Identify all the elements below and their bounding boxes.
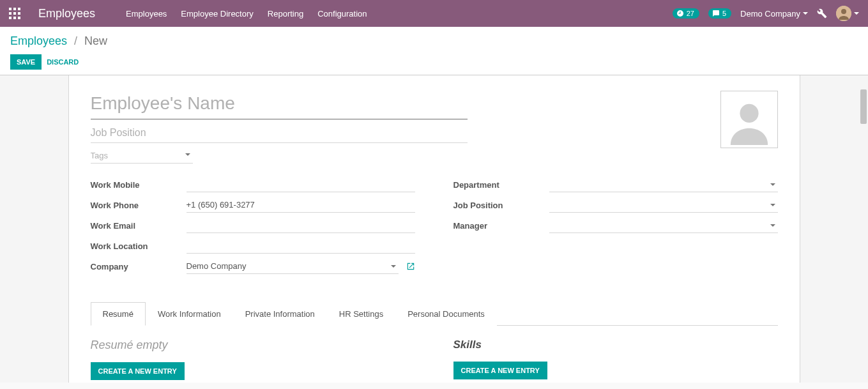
create-resume-entry-button[interactable]: Create a new entry [91,362,185,380]
company-label: Company [91,262,187,271]
control-panel: Employees / New Save Discard [0,27,868,75]
employee-image[interactable] [720,91,778,148]
debug-icon[interactable] [817,8,827,19]
work-location-label: Work Location [91,241,187,251]
job-position-label: Job Position [453,201,549,210]
chevron-down-icon [770,224,775,227]
messaging-badge[interactable]: 5 [708,8,731,19]
user-avatar [836,6,851,21]
svg-rect-7 [13,17,16,19]
form-sheet: Work Mobile Work Phone Work Email Work L… [68,75,800,383]
job-title-input[interactable] [91,123,468,143]
form-left-column: Work Mobile Work Phone Work Email Work L… [91,176,415,278]
form-wrapper: Work Mobile Work Phone Work Email Work L… [0,75,868,383]
scrollbar-thumb[interactable] [860,89,867,124]
svg-rect-0 [9,8,11,10]
app-brand[interactable]: Employees [38,7,95,20]
control-buttons: Save Discard [10,54,858,70]
nav-link-directory[interactable]: Employee Directory [181,9,253,19]
tab-private-information[interactable]: Private Information [233,302,327,326]
tab-personal-documents[interactable]: Personal Documents [395,302,497,326]
apps-icon[interactable] [9,8,20,19]
chevron-down-icon [770,183,775,186]
form-right-column: Department Job Position Manager [453,176,778,278]
work-email-input[interactable] [187,218,415,233]
nav-links: Employees Employee Directory Reporting C… [126,9,673,19]
manager-input[interactable] [549,218,778,233]
chevron-down-icon [391,265,396,268]
work-mobile-input[interactable] [187,177,415,192]
svg-rect-8 [18,17,20,19]
svg-rect-3 [9,12,11,15]
caret-down-icon [854,12,859,15]
employee-name-input[interactable] [91,91,468,119]
chevron-down-icon [185,153,190,156]
create-skill-entry-button[interactable]: Create a new entry [453,362,547,379]
save-button[interactable]: Save [10,54,42,70]
svg-rect-6 [9,17,11,19]
company-name: Demo Company [740,9,800,19]
tab-work-information[interactable]: Work Information [146,302,233,326]
company-input[interactable] [187,259,399,273]
work-phone-label: Work Phone [91,201,187,210]
tabs: Resumé Work Information Private Informat… [91,301,778,326]
chat-icon [712,10,720,17]
nav-link-configuration[interactable]: Configuration [317,9,367,19]
nav-right: 27 5 Demo Company [673,6,859,21]
clock-icon [676,10,684,17]
svg-point-11 [740,104,758,123]
department-input[interactable] [549,177,778,192]
resume-empty-title: Resumé empty [91,339,415,352]
nav-link-employees[interactable]: Employees [126,9,167,19]
tab-content: Resumé empty Create a new entry Skills C… [91,326,778,380]
chevron-down-icon [770,204,775,206]
breadcrumb: Employees / New [10,34,858,48]
tags-input[interactable] [91,148,180,163]
discard-button[interactable]: Discard [47,58,79,66]
company-menu[interactable]: Demo Company [740,9,808,19]
svg-rect-4 [13,12,16,15]
skills-title: Skills [453,339,778,351]
person-placeholder-icon [727,98,772,148]
resume-pane: Resumé empty Create a new entry [91,339,415,380]
breadcrumb-root[interactable]: Employees [10,34,67,47]
manager-label: Manager [453,221,549,231]
breadcrumb-separator: / [74,34,77,47]
tab-resume[interactable]: Resumé [91,302,146,326]
work-phone-input[interactable] [187,197,415,212]
svg-rect-1 [13,8,16,10]
work-email-label: Work Email [91,221,187,231]
work-mobile-label: Work Mobile [91,180,187,190]
breadcrumb-current: New [84,34,107,47]
department-label: Department [453,180,549,190]
navbar: Employees Employees Employee Directory R… [0,0,868,27]
svg-point-10 [841,9,846,14]
user-menu[interactable] [836,6,859,21]
activity-badge[interactable]: 27 [673,8,699,19]
tab-hr-settings[interactable]: HR Settings [327,302,395,326]
job-position-input[interactable] [549,197,778,212]
skills-pane: Skills Create a new entry [453,339,778,380]
svg-rect-5 [18,12,20,15]
activity-count: 27 [687,10,694,17]
work-location-input[interactable] [187,238,415,253]
svg-rect-2 [18,8,20,10]
external-link-icon[interactable] [406,262,415,271]
caret-down-icon [803,12,808,15]
nav-link-reporting[interactable]: Reporting [268,9,303,19]
messaging-count: 5 [722,10,726,17]
